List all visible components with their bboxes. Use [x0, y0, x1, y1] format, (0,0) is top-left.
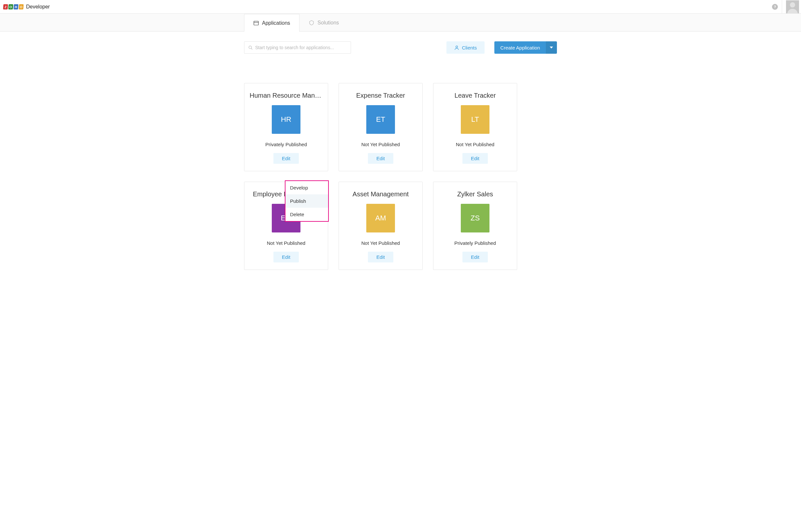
app-title: Human Resource Management: [248, 92, 324, 99]
brand-title: Developer: [26, 4, 50, 10]
app-title: Asset Management: [343, 190, 418, 198]
divider: [782, 0, 782, 13]
app-status: Not Yet Published: [361, 240, 400, 246]
solutions-icon: [309, 20, 314, 25]
zoho-logo: Z O H O: [3, 4, 23, 10]
svg-rect-2: [254, 21, 258, 25]
edit-button[interactable]: Edit: [462, 252, 488, 262]
app-status: Not Yet Published: [267, 240, 305, 246]
context-menu-item-delete[interactable]: Delete: [286, 208, 328, 221]
tabbar: Applications Solutions: [0, 14, 801, 32]
app-title: Expense Tracker: [343, 92, 418, 99]
app-card[interactable]: Human Resource Management HR Privately P…: [244, 83, 328, 171]
tab-label: Applications: [262, 20, 290, 26]
app-card[interactable]: Zylker Sales ZS Privately Published Edit: [433, 182, 517, 270]
app-badge: ET: [366, 105, 395, 134]
logo-letter: O: [19, 4, 23, 10]
edit-button[interactable]: Edit: [462, 153, 488, 164]
svg-point-6: [456, 45, 458, 48]
logo-letter: H: [13, 4, 18, 10]
header-right: ?: [772, 0, 799, 13]
context-menu-item-develop[interactable]: Develop: [286, 181, 328, 194]
app-title: Leave Tracker: [437, 92, 513, 99]
svg-point-1: [790, 2, 795, 7]
logo-letter: Z: [3, 4, 8, 10]
person-icon: [454, 45, 459, 50]
tab-label: Solutions: [317, 20, 339, 26]
toolbar: Clients Create Application: [244, 41, 557, 54]
app-badge: AM: [366, 204, 395, 232]
search-icon: [248, 45, 253, 50]
tab-applications[interactable]: Applications: [244, 14, 299, 32]
create-application-dropdown[interactable]: [546, 41, 557, 54]
logo-letter: O: [8, 4, 13, 10]
app-card[interactable]: Expense Tracker ET Not Yet Published Edi…: [339, 83, 423, 171]
svg-line-5: [251, 48, 252, 49]
user-avatar[interactable]: [786, 0, 799, 13]
app-header: Z O H O Developer ?: [0, 0, 801, 14]
clients-label: Clients: [462, 45, 477, 51]
app-title: Zylker Sales: [437, 190, 513, 198]
help-icon[interactable]: ?: [772, 4, 778, 10]
edit-button[interactable]: Edit: [368, 252, 393, 262]
app-status: Privately Published: [265, 141, 307, 147]
app-badge: LT: [461, 105, 490, 134]
app-status: Privately Published: [454, 240, 496, 246]
chevron-down-icon: [550, 46, 553, 49]
app-badge: HR: [272, 105, 301, 134]
edit-button[interactable]: Edit: [273, 153, 299, 164]
applications-grid: Human Resource Management HR Privately P…: [244, 83, 557, 270]
app-card[interactable]: Employee Management EM Not Yet Published…: [244, 182, 328, 270]
content: Clients Create Application Human Resourc…: [244, 32, 557, 289]
create-application-label: Create Application: [494, 41, 546, 54]
app-status: Not Yet Published: [361, 141, 400, 147]
edit-button[interactable]: Edit: [368, 153, 393, 164]
svg-point-4: [249, 46, 252, 49]
app-card[interactable]: Leave Tracker LT Not Yet Published Edit: [433, 83, 517, 171]
edit-button[interactable]: Edit: [273, 252, 299, 262]
clients-button[interactable]: Clients: [447, 41, 485, 54]
app-status: Not Yet Published: [456, 141, 494, 147]
context-menu-item-publish[interactable]: Publish: [286, 194, 328, 208]
brand: Z O H O Developer: [3, 4, 50, 10]
create-application-button[interactable]: Create Application: [494, 41, 557, 54]
applications-icon: [254, 20, 259, 26]
search-input[interactable]: [255, 45, 347, 50]
app-badge: ZS: [461, 204, 490, 232]
context-menu: Develop Publish Delete: [285, 180, 329, 222]
search-box[interactable]: [244, 41, 351, 54]
tab-solutions[interactable]: Solutions: [299, 14, 348, 31]
app-card[interactable]: Asset Management AM Not Yet Published Ed…: [339, 182, 423, 270]
